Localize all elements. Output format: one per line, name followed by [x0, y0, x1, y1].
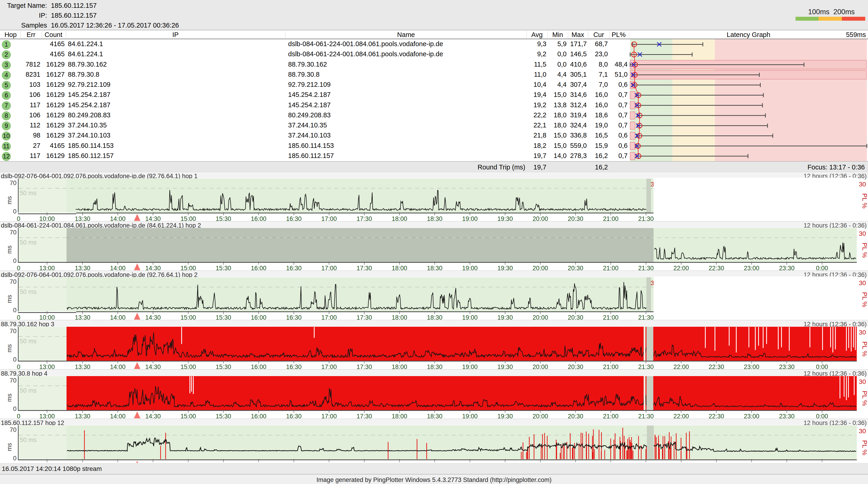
hop-number: 5 — [2, 81, 10, 89]
column-header-latencygraph[interactable]: Latency Graph — [727, 31, 770, 38]
x-tick-label: 16:30 — [286, 216, 302, 221]
header-info: Target Name:185.60.112.157IP:185.60.112.… — [0, 0, 868, 30]
svg-text:0: 0 — [13, 257, 17, 264]
x-tick-label: 17:30 — [356, 216, 372, 221]
hop-number: 11 — [2, 142, 10, 151]
column-header-hop[interactable]: Hop — [4, 31, 17, 38]
hop-number: 6 — [2, 91, 10, 99]
x-tick-label: 23:30 — [779, 265, 795, 271]
hop-badge: 10 — [2, 132, 11, 141]
hop-number: 2 — [2, 51, 10, 59]
x-tick-label: 0 — [17, 216, 20, 221]
graph-plot: 30PL %010:0013:3014:0014:3015:0015:3016:… — [0, 271, 868, 320]
column-header-count[interactable]: Count — [44, 31, 62, 38]
hop-number: 10 — [2, 132, 10, 140]
x-tick-label: 16:30 — [286, 265, 302, 271]
ip-value: 37.244.10.103 — [68, 132, 110, 139]
x-tick-label: 17:30 — [356, 413, 372, 419]
name-value: 37.244.10.103 — [288, 132, 331, 139]
column-header-name[interactable]: Name — [397, 31, 415, 38]
x-tick-label: 15:00 — [181, 314, 196, 320]
hop-number: 3 — [2, 61, 10, 69]
x-tick-label: 19:30 — [497, 413, 513, 419]
ip-value: 84.61.224.1 — [68, 51, 103, 58]
hop-number: 1 — [2, 40, 10, 49]
hop-number: 9 — [2, 122, 10, 130]
x-tick-label: 0 — [17, 265, 20, 271]
x-tick-label: 21:30 — [638, 413, 654, 419]
x-tick-label: 20:00 — [533, 265, 548, 271]
legend-color-segment — [842, 17, 865, 21]
x-tick-label: 18:30 — [427, 364, 442, 369]
avg-value: 18,2 — [533, 142, 547, 149]
count-value: 16129 — [46, 101, 65, 109]
hop-number: 7 — [2, 102, 10, 110]
x-tick-label: 21:00 — [603, 216, 619, 221]
cur-value: 8,0 — [599, 61, 608, 68]
x-tick-label: 23:30 — [779, 413, 795, 419]
svg-text:50 ms: 50 ms — [20, 190, 37, 197]
svg-text:PL %: PL % — [861, 440, 868, 455]
graph-panel: 88.79.30.162 hop 312 hours (12:36 - 0:36… — [0, 320, 868, 369]
x-tick-label: 13:30 — [75, 314, 90, 320]
x-tick-label: 20:00 — [533, 314, 548, 320]
credit-bar: Image generated by PingPlotter Windows 5… — [0, 474, 868, 484]
x-tick-label: 14:30 — [145, 314, 161, 320]
x-tick-label: 15:30 — [216, 413, 231, 419]
max-value: 314,6 — [570, 91, 587, 99]
avg-value: 11,0 — [534, 71, 547, 78]
pl-value: 0,7 — [618, 111, 628, 119]
column-header-avg[interactable]: Avg — [531, 31, 542, 38]
pl-value: 0,6 — [618, 132, 628, 139]
hop-number: 12 — [2, 152, 10, 161]
column-header-min[interactable]: Min — [552, 31, 563, 38]
pl-value: 0,7 — [618, 152, 628, 160]
cur-value: 16,0 — [595, 101, 608, 109]
graph-plot: 013:0013:3014:0014:3015:0015:3016:0016:3… — [0, 221, 868, 271]
min-value: 15,0 — [554, 91, 566, 99]
err-value: 112 — [30, 121, 40, 129]
x-tick-label: 0 — [17, 413, 20, 419]
ip-value: 145.254.2.187 — [68, 101, 110, 109]
x-tick-label: 17:00 — [321, 216, 337, 221]
count-value: 4165 — [50, 51, 65, 58]
svg-text:0: 0 — [13, 307, 17, 314]
x-tick-label: 15:00 — [181, 216, 196, 221]
svg-text:30: 30 — [859, 378, 866, 385]
legend-threshold-label: 200ms — [833, 8, 855, 16]
column-header-pl[interactable]: PL% — [612, 31, 625, 38]
x-tick-label: 13:00 — [39, 364, 55, 369]
svg-text:70: 70 — [10, 377, 17, 384]
svg-text:30: 30 — [859, 181, 866, 188]
x-tick-label: 22:00 — [674, 413, 689, 419]
svg-text:PL %: PL % — [861, 391, 868, 406]
avg-value: 9,2 — [537, 51, 547, 58]
column-header-max[interactable]: Max — [571, 31, 584, 38]
x-tick-label: 19:00 — [462, 216, 478, 221]
min-value: 4,4 — [557, 71, 566, 78]
cur-value: 23,0 — [595, 51, 608, 58]
header-label: Target Name: — [0, 2, 47, 9]
column-header-cur[interactable]: Cur — [593, 31, 604, 38]
min-value: 0,0 — [557, 51, 566, 58]
x-tick-label: 18:00 — [392, 216, 407, 221]
x-tick-label: 16:00 — [251, 216, 267, 221]
pl-value: 0,6 — [618, 142, 628, 149]
svg-text:PL %: PL % — [861, 341, 868, 357]
graph-plot: 013:0013:3014:0014:3015:0015:3016:0016:3… — [0, 419, 868, 468]
x-tick-label: 14:00 — [110, 413, 126, 419]
avg-value: 9,3 — [537, 40, 547, 48]
column-separator — [588, 31, 588, 38]
max-value: 305,1 — [570, 71, 587, 78]
hop-badge: 1 — [2, 40, 11, 49]
count-value: 16129 — [46, 61, 65, 68]
x-tick-label: 17:30 — [356, 265, 372, 271]
x-tick-label: 21:30 — [638, 364, 654, 369]
x-tick-label: 20:30 — [568, 314, 583, 320]
min-value: 4,4 — [557, 81, 566, 88]
count-value: 4165 — [50, 40, 65, 48]
column-header-err[interactable]: Err — [27, 31, 36, 38]
column-header-ip[interactable]: IP — [172, 31, 179, 38]
avg-value: 22,2 — [533, 111, 547, 119]
cur-value: 16,0 — [595, 91, 608, 99]
